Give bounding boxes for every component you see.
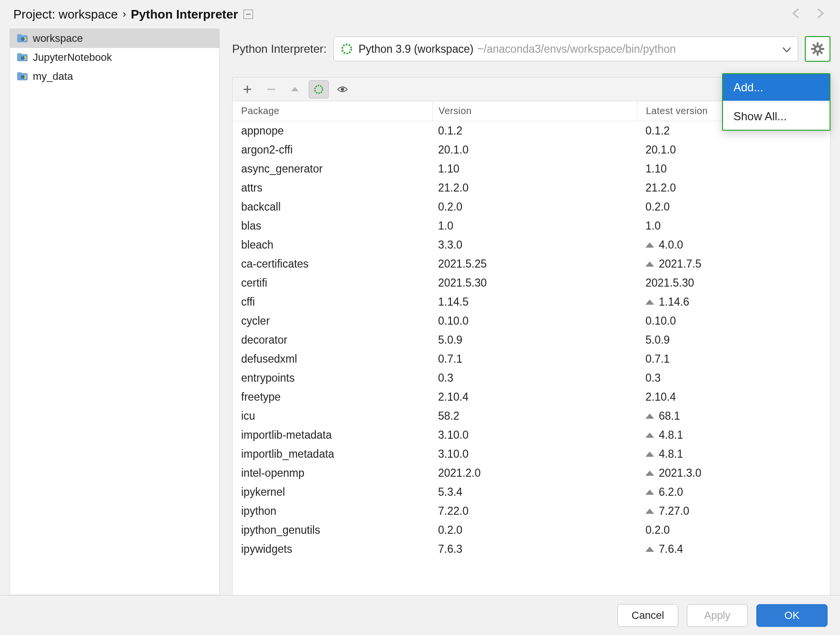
remove-package-button[interactable] <box>261 80 281 98</box>
table-row[interactable]: attrs21.2.021.2.0 <box>233 178 830 197</box>
cell-package: freetype <box>233 391 432 404</box>
ok-button[interactable]: OK <box>756 604 828 627</box>
table-row[interactable]: cycler0.10.00.10.0 <box>233 311 830 330</box>
project-sidebar: workspaceJupyterNotebookmy_data <box>10 29 220 595</box>
python-folder-icon <box>17 71 28 82</box>
update-available-icon <box>645 471 654 476</box>
apply-button[interactable]: Apply <box>687 604 748 627</box>
table-row[interactable]: cffi1.14.51.14.6 <box>233 292 830 311</box>
cell-version: 7.6.3 <box>432 539 637 558</box>
table-row[interactable]: entrypoints0.30.3 <box>233 368 830 387</box>
cell-version: 20.1.0 <box>432 140 637 159</box>
cell-latest: 0.2.0 <box>645 201 670 213</box>
table-row[interactable]: async_generator1.101.10 <box>233 159 830 178</box>
cancel-button[interactable]: Cancel <box>617 604 678 627</box>
sidebar-item-workspace[interactable]: workspace <box>10 29 219 48</box>
table-row[interactable]: ca-certificates2021.5.252021.7.5 <box>233 254 830 273</box>
update-available-icon <box>645 490 654 495</box>
add-package-button[interactable] <box>237 80 257 98</box>
cell-package: certifi <box>233 277 432 289</box>
gear-icon <box>811 42 824 56</box>
sidebar-item-jupyternotebook[interactable]: JupyterNotebook <box>10 48 219 67</box>
table-row[interactable]: icu58.268.1 <box>233 406 830 425</box>
cell-package: cycler <box>233 315 432 327</box>
update-available-icon <box>645 509 654 514</box>
conda-toggle-button[interactable] <box>309 80 329 98</box>
svg-point-22 <box>816 48 820 51</box>
table-row[interactable]: blas1.01.0 <box>233 216 830 235</box>
cell-package: async_generator <box>233 163 432 175</box>
update-available-icon <box>645 414 654 419</box>
table-row[interactable]: intel-openmp2021.2.02021.3.0 <box>233 463 830 482</box>
menu-item-show-all-[interactable]: Show All... <box>723 103 830 130</box>
cell-package: backcall <box>233 201 432 213</box>
cell-package: argon2-cffi <box>233 144 432 156</box>
table-row[interactable]: defusedxml0.7.10.7.1 <box>233 349 830 368</box>
table-row[interactable]: freetype2.10.42.10.4 <box>233 387 830 406</box>
svg-point-3 <box>21 37 25 41</box>
table-row[interactable]: importlib_metadata3.10.04.8.1 <box>233 444 830 463</box>
show-early-releases-button[interactable] <box>332 80 352 98</box>
menu-item-add-[interactable]: Add... <box>723 74 830 101</box>
table-row[interactable]: importlib-metadata3.10.04.8.1 <box>233 425 830 444</box>
table-row[interactable]: decorator5.0.95.0.9 <box>233 330 830 349</box>
cell-package: ipywidgets <box>233 543 432 556</box>
interpreter-label: Python Interpreter: <box>232 42 327 56</box>
table-row[interactable]: certifi2021.5.302021.5.30 <box>233 273 830 292</box>
cell-package: ipython_genutils <box>233 524 432 537</box>
cell-latest: 4.0.0 <box>659 239 683 251</box>
update-available-icon <box>645 547 654 552</box>
chevron-down-icon <box>782 43 791 56</box>
cell-latest: 2.10.4 <box>645 391 676 404</box>
table-row[interactable]: argon2-cffi20.1.020.1.0 <box>233 140 830 159</box>
table-row[interactable]: ipykernel5.3.46.2.0 <box>233 482 830 501</box>
upgrade-package-button[interactable] <box>285 80 305 98</box>
svg-rect-1 <box>17 34 22 37</box>
cell-version: 0.3 <box>432 368 637 387</box>
interpreter-settings-button[interactable] <box>805 36 830 62</box>
cell-latest: 68.1 <box>659 410 680 423</box>
cell-version: 0.2.0 <box>432 520 637 539</box>
svg-rect-9 <box>17 72 22 75</box>
svg-rect-14 <box>817 53 819 56</box>
update-available-icon <box>645 452 654 457</box>
cell-latest: 6.2.0 <box>659 486 683 499</box>
cell-latest: 0.7.1 <box>645 353 670 366</box>
table-row[interactable]: ipywidgets7.6.37.6.4 <box>233 539 830 558</box>
sidebar-item-label: my_data <box>33 70 73 83</box>
cell-latest: 7.6.4 <box>659 543 683 556</box>
column-header-version[interactable]: Version <box>432 101 637 121</box>
cell-package: appnope <box>233 125 432 137</box>
cell-latest: 7.27.0 <box>659 505 689 518</box>
cell-package: blas <box>233 220 432 232</box>
cell-package: attrs <box>233 182 432 194</box>
cell-package: ca-certificates <box>233 258 432 270</box>
interpreter-dropdown[interactable]: Python 3.9 (workspace) ~/anaconda3/envs/… <box>333 37 798 61</box>
forward-arrow-icon[interactable] <box>812 7 827 22</box>
svg-point-7 <box>21 56 25 60</box>
cell-latest: 0.1.2 <box>645 125 670 137</box>
sidebar-item-my_data[interactable]: my_data <box>10 67 219 86</box>
table-row[interactable]: ipython7.22.07.27.0 <box>233 501 830 520</box>
svg-point-12 <box>342 44 351 53</box>
python-folder-icon <box>17 33 28 44</box>
cell-version: 2021.2.0 <box>432 463 637 482</box>
window-restore-icon[interactable] <box>244 10 253 19</box>
interpreter-name: Python 3.9 (workspace) <box>359 43 474 56</box>
table-row[interactable]: backcall0.2.00.2.0 <box>233 197 830 216</box>
package-table-body: appnope0.1.20.1.2argon2-cffi20.1.020.1.0… <box>233 121 830 595</box>
interpreter-settings-menu: Add...Show All... <box>722 73 830 131</box>
cell-latest: 21.2.0 <box>645 182 676 194</box>
cell-latest: 1.0 <box>645 220 661 232</box>
back-arrow-icon[interactable] <box>790 7 804 22</box>
cell-latest: 4.8.1 <box>659 429 683 442</box>
cell-package: icu <box>233 410 432 423</box>
breadcrumb-project[interactable]: Project: workspace <box>13 7 118 22</box>
table-row[interactable]: ipython_genutils0.2.00.2.0 <box>233 520 830 539</box>
chevron-right-icon: › <box>123 8 126 20</box>
cell-latest: 1.14.6 <box>659 296 689 308</box>
column-header-package[interactable]: Package <box>233 106 432 116</box>
table-row[interactable]: bleach3.3.04.0.0 <box>233 235 830 254</box>
conda-ring-icon <box>313 84 324 95</box>
cell-latest: 0.2.0 <box>645 524 670 537</box>
